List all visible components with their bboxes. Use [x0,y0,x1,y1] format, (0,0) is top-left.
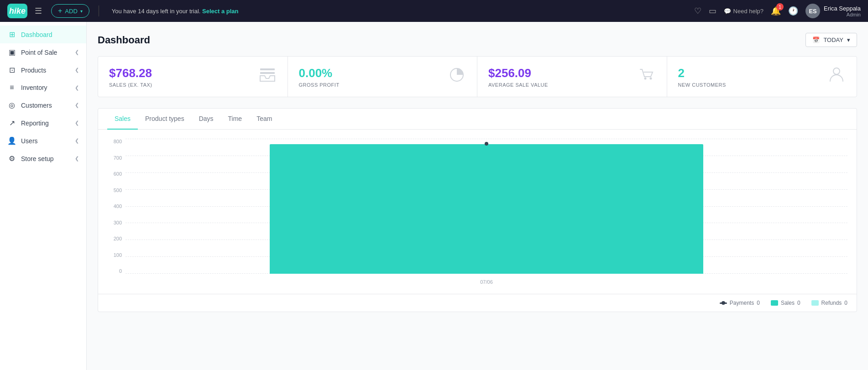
favorites-icon[interactable]: ♡ [694,6,701,16]
hamburger-icon[interactable]: ☰ [33,4,44,18]
payments-legend-icon [720,302,727,304]
y-label-400: 400 [114,203,125,209]
user-info: Erica Seppala Admin [824,5,861,17]
bar-07-06 [270,144,703,274]
trial-cta-link[interactable]: Select a plan [202,8,238,15]
chart-section: Sales Product types Days Time Team 800 7… [98,108,857,312]
user-role: Admin [824,12,861,17]
notification-badge: 1 [776,3,784,10]
divider [99,5,99,16]
legend-sales-label: Sales [781,300,795,306]
sidebar-label-customers: Customers [21,102,70,109]
refunds-legend-icon [811,300,819,306]
kpi-label-new-customers: NEW CUSTOMERS [678,82,726,88]
inventory-icon: ≡ [7,83,16,92]
kpi-label-sales: SALES (EX. TAX) [109,82,152,88]
topbar: hike ☰ + ADD ▾ You have 14 days left in … [0,0,868,22]
y-label-800: 800 [114,139,125,144]
page-title: Dashboard [98,34,150,46]
chart-tabs: Sales Product types Days Time Team [98,109,857,130]
logo-area: hike ☰ [7,4,44,18]
sidebar-label-users: Users [21,137,70,145]
main-layout: ⊞ Dashboard ▣ Point of Sale ❮ ⊡ Products… [0,22,868,370]
sidebar: ⊞ Dashboard ▣ Point of Sale ❮ ⊡ Products… [0,22,87,370]
chevron-right-icon-inventory: ❮ [75,85,79,91]
kpi-value-avg-sale: $256.09 [488,66,548,80]
customers-icon: ◎ [7,101,16,109]
legend-payments-label: Payments [730,300,754,306]
need-help-label: Need help? [733,8,764,15]
tab-sales[interactable]: Sales [107,109,138,130]
tab-product-types[interactable]: Product types [138,109,192,130]
user-menu[interactable]: ES Erica Seppala Admin [805,4,861,18]
inbox-icon [258,66,277,88]
add-button[interactable]: + ADD ▾ [51,4,89,18]
kpi-content-sales: $768.28 SALES (EX. TAX) [109,66,152,88]
legend-refunds-count: 0 [844,300,847,306]
kpi-value-sales: $768.28 [109,66,152,80]
sidebar-label-reporting: Reporting [21,120,70,127]
sidebar-item-products[interactable]: ⊡ Products ❮ [0,61,86,79]
chevron-right-icon-users: ❮ [75,138,79,144]
dashboard-icon: ⊞ [7,30,16,39]
notifications-icon[interactable]: 🔔 1 [771,6,781,16]
kpi-card-gross-profit: 0.00% GROSS PROFIT [288,57,478,97]
chat-icon: 💬 [724,8,731,15]
tab-time[interactable]: Time [221,109,250,130]
chevron-right-icon-reporting: ❮ [75,120,79,126]
date-filter-label: TODAY [823,36,843,43]
kpi-card-sales: $768.28 SALES (EX. TAX) [98,57,288,97]
avatar: ES [805,4,820,18]
x-label-date: 07/06 [480,279,493,285]
bars-container [125,139,847,274]
trial-text: You have 14 days left in your trial. [112,8,201,15]
cart-icon [638,66,656,88]
pos-icon: ▣ [7,48,16,57]
kpi-label-avg-sale: AVERAGE SALE VALUE [488,82,548,88]
sidebar-item-inventory[interactable]: ≡ Inventory ❮ [0,79,86,96]
sidebar-item-users[interactable]: 👤 Users ❮ [0,132,86,150]
sidebar-label-inventory: Inventory [21,84,70,91]
chevron-right-icon: ❮ [75,49,79,55]
legend-payments-count: 0 [757,300,760,306]
sidebar-item-pos[interactable]: ▣ Point of Sale ❮ [0,43,86,61]
sidebar-item-dashboard[interactable]: ⊞ Dashboard [0,26,86,43]
chart-legend: Payments 0 Sales 0 Refunds 0 [98,294,857,312]
chart-area: 800 700 600 500 400 300 200 100 0 [98,130,857,294]
chevron-down-icon-date: ▾ [847,36,850,43]
legend-sales: Sales 0 [771,300,800,306]
y-label-300: 300 [114,220,125,225]
need-help-button[interactable]: 💬 Need help? [724,8,764,15]
chevron-right-icon-products: ❮ [75,67,79,73]
content-area: Dashboard 📅 TODAY ▾ $768.28 SALES (EX. T… [87,22,868,370]
tab-team[interactable]: Team [249,109,279,130]
reporting-icon: ↗ [7,119,16,127]
y-label-200: 200 [114,236,125,241]
x-labels: 07/06 [125,276,847,285]
trial-notice: You have 14 days left in your trial. Sel… [108,8,687,15]
logo-icon: hike [7,4,27,18]
chevron-right-icon-store: ❮ [75,156,79,162]
messages-icon[interactable]: ▭ [709,6,716,16]
clock-icon[interactable]: 🕐 [788,6,798,16]
tab-days[interactable]: Days [192,109,221,130]
sidebar-item-store-setup[interactable]: ⚙ Store setup ❮ [0,150,86,167]
sales-legend-icon [771,300,778,306]
bar-dot [485,142,488,146]
plus-icon: + [58,7,62,15]
kpi-row: $768.28 SALES (EX. TAX) 0.00% GROSS PROF… [98,56,857,97]
chevron-right-icon-customers: ❮ [75,102,79,108]
date-filter-button[interactable]: 📅 TODAY ▾ [805,33,857,47]
bar-chart: 800 700 600 500 400 300 200 100 0 [107,139,847,285]
sidebar-item-customers[interactable]: ◎ Customers ❮ [0,96,86,114]
legend-refunds-label: Refunds [821,300,842,306]
svg-point-3 [644,78,646,80]
dashboard-header: Dashboard 📅 TODAY ▾ [98,33,857,47]
kpi-value-new-customers: 2 [678,66,726,80]
user-name: Erica Seppala [824,5,861,12]
svg-point-4 [649,78,652,80]
products-icon: ⊡ [7,66,16,74]
chevron-down-icon: ▾ [80,9,83,14]
sidebar-item-reporting[interactable]: ↗ Reporting ❮ [0,114,86,132]
y-label-600: 600 [114,171,125,177]
